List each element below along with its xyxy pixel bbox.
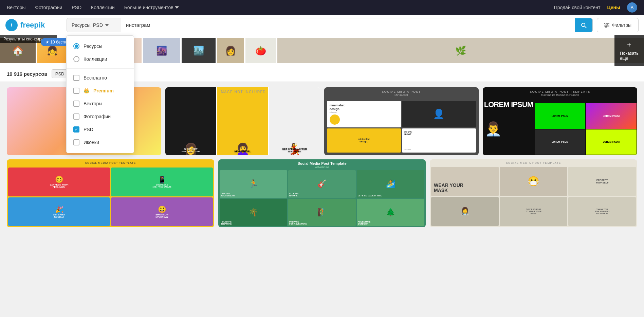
- show-more-button[interactable]: + Показатьеще: [614, 35, 644, 66]
- dropdown-option-photos[interactable]: Фотографии: [67, 110, 134, 123]
- nav-more-tools[interactable]: Больше инструментов: [124, 5, 179, 10]
- svg-point-7: [605, 26, 607, 28]
- plus-icon: +: [627, 40, 631, 49]
- dropdown-option-resources[interactable]: Ресурсы: [67, 40, 134, 53]
- psd-tag-label: PSD: [55, 71, 65, 76]
- adventure-subtitle: Adventure: [218, 165, 426, 169]
- mask-container: SOCIAL MEDIA POST TEMPLATE WEAR YOURMASK…: [430, 159, 637, 227]
- adv-cell-6: 🌲ADVENTUREOUTDOOR: [357, 199, 424, 226]
- maxim-cell-portrait: 👨‍💼: [483, 103, 534, 155]
- adv-cell-1: 🏃EXPLOREYOUR DREAM: [220, 170, 287, 198]
- mask-cell-dont-forget: don't forgetTO WEAR YOURMASK: [500, 197, 567, 226]
- chevron-down-icon: [175, 5, 179, 10]
- dropdown-option-photos-label: Фотографии: [84, 114, 111, 119]
- dropdown-option-premium[interactable]: 👑 Premium: [67, 84, 134, 97]
- svg-point-5: [605, 23, 606, 24]
- dropdown-option-psd[interactable]: PSD: [67, 123, 134, 136]
- nav-collections[interactable]: Коллекции: [91, 5, 115, 10]
- dropdown-option-free-label: Бесплатно: [84, 75, 107, 81]
- emoji-cell-followers: 📱 DOWNLOAD100+ FREE EMOJIS: [111, 168, 213, 196]
- dropdown-option-resources-label: Ресурсы: [84, 43, 102, 49]
- nav-prices[interactable]: Цены: [607, 5, 620, 10]
- top-navigation: Векторы Фотографии PSD Коллекции Больше …: [0, 0, 644, 15]
- minimalist-subtitle-label: Minimalist: [324, 93, 479, 97]
- adv-cell-3: 🏄LET'S GO BACK IN TIME: [357, 170, 424, 198]
- dropdown-option-icons[interactable]: Иконки: [67, 136, 134, 149]
- card-minimalist[interactable]: SOCIAL MEDIA POST Minimalist minimalistd…: [324, 87, 479, 155]
- checkbox-psd: [73, 126, 79, 133]
- dropdown-separator: [67, 68, 134, 69]
- search-button[interactable]: [575, 18, 592, 32]
- mask-cell-person-1: 😷: [500, 167, 567, 196]
- strip-image-8[interactable]: 🍅: [245, 38, 276, 63]
- adventure-grid: 🏃EXPLOREYOUR DREAM 🎸FEEL THENATURE 🏄LET'…: [218, 159, 426, 227]
- dropdown-option-collections[interactable]: Коллекции: [67, 53, 134, 66]
- emoji-cell-emoticon: 😃 EMOTICONEVERYDAY: [111, 197, 213, 226]
- maximalist-title-label: SOCIAL MEDIA POST TEMPLATE: [483, 90, 637, 93]
- maxim-cell-dark-1: LOREM IPSUM: [535, 129, 585, 155]
- filters-button[interactable]: Фильтры: [597, 18, 639, 32]
- mask-title-label: SOCIAL MEDIA POST TEMPLATE: [430, 161, 637, 164]
- emoji-container: SOCIAL MEDIA POST TEMPLATE 😊 EXPRESS YOU…: [7, 159, 214, 227]
- maximalist-header: SOCIAL MEDIA POST TEMPLATE Maximalist Bu…: [483, 90, 637, 97]
- search-type-dropdown-panel: Ресурсы Коллекции Бесплатно 👑 Premium Ве…: [66, 35, 134, 153]
- image-not-included-label: IMAGE NOT INCLUDED: [165, 90, 320, 94]
- freepik-logo-icon: f: [5, 19, 18, 31]
- search-type-dropdown[interactable]: Ресурсы, PSD: [67, 18, 121, 32]
- yf-cell-3: 💃 GET SPECIAL OFFERUP TO 60% OFF: [269, 87, 320, 155]
- minimalist-container: SOCIAL MEDIA POST Minimalist minimalistd…: [324, 87, 479, 155]
- results-count: 19 916 ресурсов: [7, 71, 48, 77]
- search-icon: [580, 22, 587, 29]
- dropdown-arrow-icon: [105, 23, 109, 27]
- radio-collections: [73, 56, 79, 62]
- card-maximalist[interactable]: SOCIAL MEDIA POST TEMPLATE Maximalist Bu…: [483, 87, 637, 155]
- mask-grid: WEAR YOURMASK 😷 PROTECTYOURSELF 👩‍⚕️ don…: [430, 159, 637, 227]
- strip-image-5[interactable]: 🌆: [143, 38, 180, 63]
- radio-resources: [73, 43, 79, 49]
- mini-cell-2: 👤: [402, 101, 476, 127]
- crown-icon: 👑: [84, 88, 89, 93]
- filters-label: Фильтры: [612, 22, 631, 28]
- yf-cell-2: 👩‍🦱 NEW ARRIVAL: [217, 87, 268, 155]
- yf-cell-1: 👩 SHOP NOWNEW COLLECTION: [165, 87, 216, 155]
- yellow-fashion-container: IMAGE NOT INCLUDED 👩 SHOP NOWNEW COLLECT…: [165, 87, 320, 155]
- strip-image-7[interactable]: 👩: [217, 38, 244, 63]
- emoji-cell-express: 😊 EXPRESS YOURFEELINGS!: [8, 168, 110, 196]
- search-type-label: Ресурсы, PSD: [72, 22, 103, 28]
- card-wear-mask[interactable]: SOCIAL MEDIA POST TEMPLATE WEAR YOURMASK…: [430, 159, 637, 227]
- adventure-header: Social Media Post Template Adventure: [218, 161, 426, 169]
- yellow-fashion-grid: 👩 SHOP NOWNEW COLLECTION 👩‍🦱 NEW ARRIVAL…: [165, 87, 320, 155]
- nav-vectors[interactable]: Векторы: [7, 5, 25, 10]
- nav-left: Векторы Фотографии PSD Коллекции Больше …: [7, 5, 179, 10]
- checkbox-icons: [73, 139, 79, 145]
- avatar[interactable]: А: [627, 2, 637, 13]
- maxim-lorem-big: LOREM IPSUM: [484, 101, 636, 108]
- svg-point-6: [607, 24, 608, 26]
- nav-sell[interactable]: Продай свой контент: [554, 5, 601, 10]
- strip-image-9[interactable]: 🌿: [277, 38, 644, 63]
- dropdown-option-free[interactable]: Бесплатно: [67, 71, 134, 84]
- card-yellow-fashion[interactable]: IMAGE NOT INCLUDED 👩 SHOP NOWNEW COLLECT…: [165, 87, 320, 155]
- adv-cell-4: 🌴HOLIDAY'SIN NATURE: [220, 199, 287, 226]
- dropdown-option-vectors[interactable]: Векторы: [67, 97, 134, 110]
- nav-photos[interactable]: Фотографии: [35, 5, 62, 10]
- card-adventure[interactable]: Social Media Post Template Adventure 🏃EX…: [218, 159, 426, 227]
- nav-psd[interactable]: PSD: [72, 5, 81, 10]
- maxim-cell-lime-1: LOREM IPSUM: [586, 129, 637, 155]
- search-wrapper: Ресурсы, PSD: [67, 18, 593, 32]
- checkbox-free: [73, 75, 79, 81]
- strip-image-6[interactable]: 🏙️: [182, 38, 216, 63]
- search-bar-container: f freepik Ресурсы, PSD Фильтры: [0, 15, 644, 35]
- mask-cell-protect: PROTECTYOURSELF: [568, 167, 636, 196]
- mask-cell-main-text: WEAR YOURMASK: [431, 167, 499, 196]
- minimalist-title-label: SOCIAL MEDIA POST: [324, 90, 479, 93]
- minimalist-grid: minimalistdesign. minimst. 👤 minimalistd…: [324, 87, 479, 155]
- checkbox-photos: [73, 113, 79, 120]
- mask-cell-person-2: 👩‍⚕️: [431, 197, 499, 226]
- search-input[interactable]: [121, 18, 575, 32]
- dropdown-option-premium-label: Premium: [93, 88, 114, 93]
- card-emoji-template[interactable]: SOCIAL MEDIA POST TEMPLATE 😊 EXPRESS YOU…: [7, 159, 214, 227]
- wear-your-mask-text: WEAR YOURMASK: [434, 183, 496, 193]
- emoji-grid: 😊 EXPRESS YOURFEELINGS! 📱 DOWNLOAD100+ F…: [7, 159, 214, 227]
- filter-icon: [604, 23, 609, 28]
